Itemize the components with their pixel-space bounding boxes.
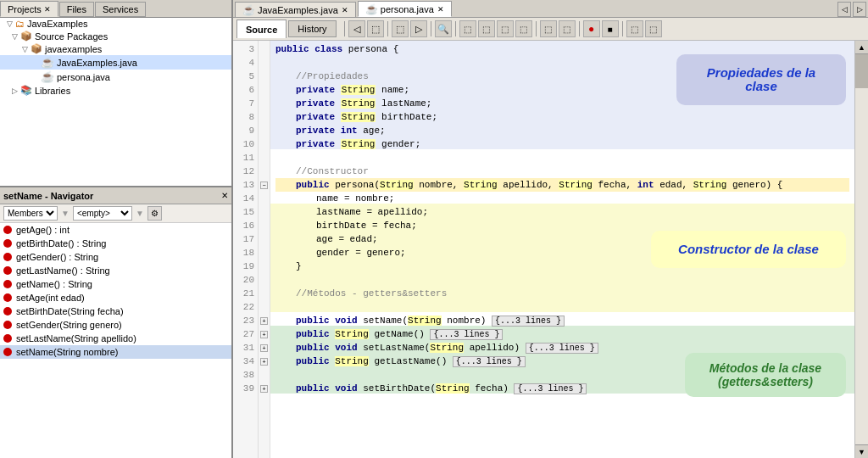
tree-label: JavaExamples.java: [57, 58, 137, 68]
nav-item[interactable]: setGender(String genero): [0, 318, 231, 332]
code-line-20: [275, 273, 849, 287]
toolbar-btn-search[interactable]: 🔍: [435, 20, 452, 37]
close-tab-icon[interactable]: ✕: [342, 6, 348, 14]
toolbar-btn-3[interactable]: ⬚: [497, 20, 514, 37]
code-line-6: private String name;: [275, 83, 849, 97]
scroll-left-btn[interactable]: ◁: [837, 2, 851, 17]
tab-persona-java[interactable]: ☕persona.java ✕: [358, 1, 452, 17]
code-line-5: //Propiedades: [275, 70, 849, 83]
code-line-38: [275, 368, 849, 382]
tree-item-javaexamples-pkg[interactable]: ▽ 📦 javaexamples: [0, 42, 231, 55]
editor-panel: ☕JavaExamples.java ✕ ☕persona.java ✕ ◁ ▷…: [233, 0, 868, 458]
toolbar-btn-back[interactable]: ◁: [348, 20, 365, 37]
fold-btn-34[interactable]: +: [259, 355, 270, 368]
nav-settings-button[interactable]: ⚙: [147, 206, 162, 221]
code-line-13: public persona(String nombre, String ape…: [275, 178, 849, 192]
tab-services[interactable]: Services: [95, 2, 146, 17]
nav-item-label: getName() : String: [16, 279, 92, 289]
nav-item-label: setAge(int edad): [16, 293, 85, 303]
editor-tabs: ☕JavaExamples.java ✕ ☕persona.java ✕ ◁ ▷: [233, 0, 868, 18]
toolbar-btn-6[interactable]: ⬚: [559, 20, 576, 37]
tree-item-javaexamples-java[interactable]: ☕ JavaExamples.java: [0, 55, 231, 70]
nav-item[interactable]: getAge() : int: [0, 223, 231, 237]
nav-item[interactable]: getLastName() : String: [0, 264, 231, 277]
nav-item[interactable]: getName() : String: [0, 277, 231, 291]
fold-btn-23[interactable]: +: [259, 314, 270, 327]
source-tab[interactable]: Source: [236, 20, 287, 38]
code-line-4: [275, 56, 849, 70]
code-line-14: name = nombre;: [275, 192, 849, 205]
toolbar-btn-8[interactable]: ⬚: [645, 20, 662, 37]
close-tab-icon[interactable]: ✕: [437, 5, 444, 14]
code-line-15: lastName = apellido;: [275, 205, 849, 219]
nav-item[interactable]: getGender() : String: [0, 250, 231, 264]
code-line-11: [275, 151, 849, 165]
code-line-21: //Métodos - getters&setters: [275, 287, 849, 300]
code-content: public class persona { //Propiedades pri…: [270, 41, 854, 458]
code-line-22: [275, 300, 849, 314]
navigator-title: setName - Navigator: [3, 191, 221, 201]
code-line-34: public String getLastName() {...3 lines …: [275, 355, 849, 368]
nav-item[interactable]: setName(String nombre): [0, 345, 231, 359]
fold-btn-39[interactable]: +: [259, 382, 270, 395]
code-line-18: gender = genero;: [275, 246, 849, 260]
nav-item-label: getGender() : String: [16, 252, 98, 262]
code-line-7: private String lastName;: [275, 97, 849, 110]
code-line-17: age = edad;: [275, 232, 849, 246]
toolbar-btn-7[interactable]: ⬚: [626, 20, 643, 37]
navigator-list: getAge() : int getBirthDate() : String g…: [0, 223, 231, 458]
filter-dropdown[interactable]: <empty>: [73, 206, 132, 221]
nav-item-label: getLastName() : String: [16, 265, 110, 276]
fold-btn-27[interactable]: +: [259, 327, 270, 341]
toolbar-btn-5[interactable]: ⬚: [540, 20, 557, 37]
fold-btn-13[interactable]: −: [259, 178, 270, 192]
members-dropdown[interactable]: Members: [3, 206, 58, 221]
line-numbers: 3456789101112131415161718192021222327313…: [233, 41, 259, 458]
history-tab[interactable]: History: [288, 20, 336, 37]
nav-item[interactable]: setLastName(String apellido): [0, 332, 231, 345]
tree-label: javaexamples: [45, 44, 102, 54]
tree-label: Source Packages: [35, 31, 108, 42]
code-line-12: //Constructor: [275, 165, 849, 178]
code-line-27: public String getName() {...3 lines }: [275, 327, 849, 341]
tree-item-source-packages[interactable]: ▽ 📦 Source Packages: [0, 30, 231, 42]
navigator-header: setName - Navigator ✕: [0, 187, 231, 204]
tree-item-javaexamples[interactable]: ▽ 🗂 JavaExamples: [0, 18, 231, 30]
tab-projects[interactable]: Projects ✕: [0, 1, 58, 17]
toolbar-btn-1[interactable]: ⬚: [459, 20, 476, 37]
toolbar-btn-rec[interactable]: ●: [583, 20, 600, 37]
tree-item-libraries[interactable]: ▷ 📚 Libraries: [0, 84, 231, 97]
toolbar-btn-stop[interactable]: ■: [602, 20, 619, 37]
code-line-23: public void setName(String nombre) {...3…: [275, 314, 849, 327]
toolbar-btn-toggle[interactable]: ⬚: [392, 20, 409, 37]
source-toolbar-row: Source History ◁ ⬚ ⬚ ▷ 🔍 ⬚ ⬚ ⬚ ⬚ ⬚ ⬚: [233, 18, 868, 41]
tree-item-persona-java[interactable]: ☕ persona.java: [0, 70, 231, 84]
tab-javaexamples-java[interactable]: ☕JavaExamples.java ✕: [235, 2, 356, 17]
nav-item[interactable]: setAge(int edad): [0, 291, 231, 304]
nav-item[interactable]: setBirthDate(String fecha): [0, 304, 231, 318]
tree-label: Libraries: [35, 86, 70, 96]
toolbar-btn-2[interactable]: ⬚: [478, 20, 495, 37]
toolbar-btn-4[interactable]: ⬚: [515, 20, 532, 37]
toolbar-btn-toggle2[interactable]: ▷: [410, 20, 427, 37]
code-line-31: public void setLastName(String apellido)…: [275, 341, 849, 355]
code-line-8: private String birthDate;: [275, 110, 849, 124]
fold-column: − + + + + +: [259, 41, 270, 458]
vertical-scrollbar[interactable]: ▲ ▼: [854, 41, 868, 458]
panel-tabs-top: Projects ✕ Files Services: [0, 0, 231, 18]
nav-item[interactable]: getBirthDate() : String: [0, 237, 231, 250]
nav-item-label: setBirthDate(String fecha): [16, 306, 124, 316]
code-line-9: private int age;: [275, 124, 849, 137]
tree-label: JavaExamples: [27, 19, 88, 29]
code-line-39: public void setBirthDate(String fecha) {…: [275, 382, 849, 395]
navigator-close-icon[interactable]: ✕: [221, 191, 228, 200]
code-line-19: }: [275, 260, 849, 273]
tab-files[interactable]: Files: [59, 2, 94, 17]
scroll-right-btn[interactable]: ▷: [853, 2, 866, 17]
toolbar-btn-fwd[interactable]: ⬚: [367, 20, 384, 37]
tree-label: persona.java: [57, 72, 110, 82]
fold-btn-31[interactable]: +: [259, 341, 270, 355]
nav-item-label: getBirthDate() : String: [16, 238, 106, 249]
nav-item-label: setGender(String genero): [16, 320, 122, 330]
navigator-panel: setName - Navigator ✕ Members ▼ <empty> …: [0, 187, 231, 458]
